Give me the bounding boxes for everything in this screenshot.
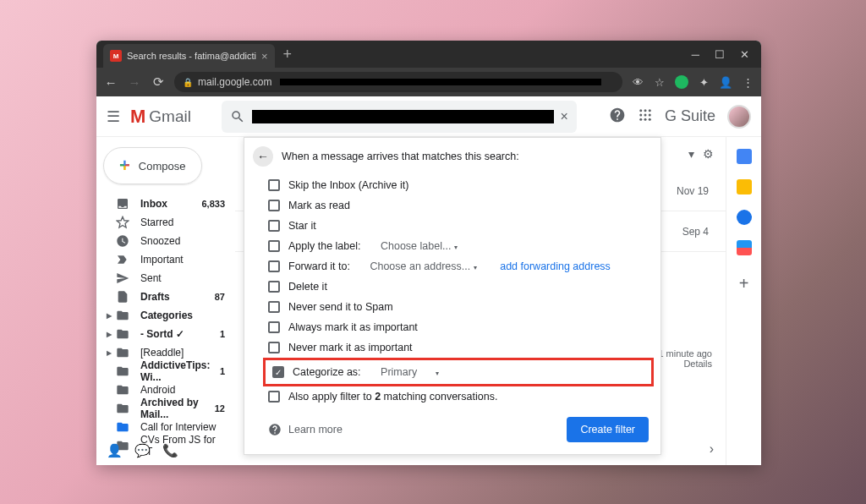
gmail-app: ☰ M Gmail × G Suite — [96, 96, 761, 465]
url-input[interactable]: 🔒 mail.google.com — [174, 72, 622, 92]
opt-star[interactable]: Star it — [268, 216, 649, 236]
tab-bar: M Search results - fatima@addicti × + ─ … — [96, 41, 761, 68]
keep-icon[interactable] — [737, 179, 752, 194]
avatar[interactable] — [727, 105, 751, 129]
nav-item-inbox[interactable]: Inbox6,833 — [96, 194, 235, 213]
nav-item-archivedbymail[interactable]: Archived by Mail...12 — [96, 399, 235, 418]
filter-back-button[interactable]: ← — [253, 146, 273, 167]
opt-also-apply[interactable]: Also apply filter to 2 matching conversa… — [268, 386, 649, 407]
opt-mark-read[interactable]: Mark as read — [268, 195, 649, 216]
minimize-icon[interactable]: ─ — [692, 48, 699, 61]
forward-dropdown[interactable]: Choose an address...▾ — [370, 260, 477, 272]
nav-list: Inbox6,833StarredSnoozedImportantSentDra… — [96, 194, 235, 455]
browser-tab[interactable]: M Search results - fatima@addicti × — [103, 44, 275, 68]
svg-point-6 — [639, 118, 642, 120]
tasks-icon[interactable] — [737, 210, 752, 225]
favicon-gmail: M — [110, 50, 122, 62]
gmail-logo-text: Gmail — [149, 107, 191, 126]
nav-item-categories[interactable]: ▶Categories — [96, 306, 235, 325]
person-icon[interactable]: 👤 — [107, 443, 123, 458]
extension-icons: 👁 ☆ ✦ 👤 ⋮ — [631, 75, 754, 89]
opt-never-important[interactable]: Never mark it as important — [268, 337, 649, 358]
help-icon[interactable] — [609, 107, 626, 127]
highlight-categorize: ✓Categorize as: Primary ▾ — [263, 358, 654, 386]
browser-window: M Search results - fatima@addicti × + ─ … — [96, 41, 761, 465]
svg-point-8 — [649, 118, 651, 120]
reload-icon[interactable]: ⟳ — [151, 74, 166, 90]
back-icon[interactable]: ← — [103, 75, 118, 90]
nav-item-addictivetipswi[interactable]: AddictiveTips: Wi...1 — [96, 362, 235, 381]
categorize-dropdown[interactable]: Primary ▾ — [381, 366, 438, 378]
bottom-icons: 👤 💬 📞 — [107, 443, 178, 458]
search-input-redacted[interactable] — [252, 110, 554, 123]
caret-icon[interactable]: ▾ — [688, 147, 694, 161]
opt-apply-label[interactable]: Apply the label: Choose label...▾ — [268, 236, 649, 256]
compose-button[interactable]: + Compose — [103, 147, 202, 184]
filter-footer: Learn more Create filter — [244, 407, 660, 454]
url-text: mail.google.com — [198, 76, 271, 88]
search-bar[interactable]: × — [222, 101, 577, 133]
label-dropdown[interactable]: Choose label...▾ — [381, 240, 458, 252]
filter-header: ← When a message arrives that matches th… — [244, 138, 660, 175]
opt-always-important[interactable]: Always mark it as important — [268, 317, 649, 337]
next-icon[interactable]: › — [710, 441, 714, 457]
url-hidden — [280, 79, 601, 85]
window-controls: ─ ☐ ✕ — [680, 48, 761, 61]
calendar-icon[interactable] — [737, 149, 752, 164]
nav-item-sent[interactable]: Sent — [96, 269, 235, 288]
hamburger-icon[interactable]: ☰ — [107, 107, 120, 126]
side-panel: + — [726, 137, 761, 465]
gear-icon[interactable]: ⚙ — [703, 147, 714, 161]
svg-point-7 — [644, 118, 646, 120]
tab-close-icon[interactable]: × — [261, 50, 268, 63]
gmail-logo[interactable]: M Gmail — [130, 106, 191, 128]
nav-item-important[interactable]: Important — [96, 250, 235, 269]
sidebar: + Compose Inbox6,833StarredSnoozedImport… — [96, 137, 235, 465]
opt-skip-inbox[interactable]: Skip the Inbox (Archive it) — [268, 175, 649, 195]
svg-point-1 — [644, 109, 646, 112]
contacts-icon[interactable] — [737, 240, 752, 255]
compose-plus-icon: + — [119, 155, 130, 177]
extension-green-icon[interactable] — [675, 75, 688, 89]
search-clear-icon[interactable]: × — [561, 109, 568, 124]
compose-label: Compose — [139, 160, 186, 173]
eye-icon[interactable]: 👁 — [631, 75, 644, 89]
create-filter-button[interactable]: Create filter — [567, 417, 649, 442]
hangouts-icon[interactable]: 💬 — [134, 443, 151, 458]
header-right: G Suite — [609, 105, 751, 129]
help-icon — [268, 423, 282, 436]
forward-icon: → — [127, 75, 142, 90]
nav-item-snoozed[interactable]: Snoozed — [96, 232, 235, 250]
svg-point-4 — [644, 113, 646, 116]
puzzle-icon[interactable]: ✦ — [697, 75, 710, 89]
profile-icon[interactable]: 👤 — [719, 75, 732, 89]
nav-item-drafts[interactable]: Drafts87 — [96, 288, 235, 306]
opt-delete[interactable]: Delete it — [268, 277, 649, 297]
addons-plus-icon[interactable]: + — [739, 274, 749, 293]
maximize-icon[interactable]: ☐ — [715, 48, 725, 61]
opt-never-spam[interactable]: Never send it to Spam — [268, 297, 649, 317]
opt-forward[interactable]: Forward it to: Choose an address...▾ add… — [268, 256, 649, 277]
gsuite-logo: G Suite — [665, 107, 715, 125]
add-forwarding-link[interactable]: add forwarding address — [500, 260, 611, 272]
svg-point-0 — [639, 109, 642, 112]
apps-grid-icon[interactable] — [638, 107, 653, 126]
lock-icon: 🔒 — [183, 78, 193, 87]
app-body: + Compose Inbox6,833StarredSnoozedImport… — [96, 137, 761, 465]
new-tab-button[interactable]: + — [275, 46, 301, 63]
close-icon[interactable]: ✕ — [740, 48, 749, 61]
opt-categorize[interactable]: ✓Categorize as: Primary ▾ — [267, 362, 650, 382]
nav-item-starred[interactable]: Starred — [96, 213, 235, 232]
search-icon — [230, 109, 245, 124]
gmail-m-icon: M — [130, 106, 145, 128]
svg-point-5 — [649, 113, 651, 116]
phone-icon[interactable]: 📞 — [162, 443, 178, 458]
star-icon[interactable]: ☆ — [653, 75, 666, 89]
learn-more-link[interactable]: Learn more — [268, 423, 343, 436]
address-bar: ← → ⟳ 🔒 mail.google.com 👁 ☆ ✦ 👤 ⋮ — [96, 68, 761, 96]
nav-item-sortd[interactable]: ▶- Sortd ✓1 — [96, 325, 235, 343]
menu-dots-icon[interactable]: ⋮ — [741, 75, 754, 89]
tab-title: Search results - fatima@addicti — [127, 51, 256, 61]
svg-point-3 — [639, 113, 642, 116]
meta-info: 1 minute ago Details — [658, 348, 712, 369]
